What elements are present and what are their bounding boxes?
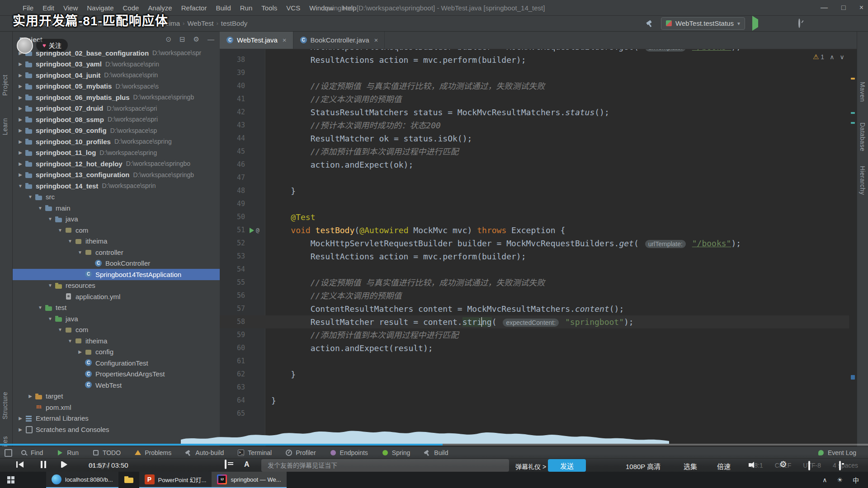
stripe-tab-hierarchy[interactable]: Hierarchy (859, 166, 866, 195)
line-number[interactable]: 60 (220, 342, 249, 355)
uploader-avatar[interactable] (17, 38, 33, 54)
line-number[interactable]: 39 (220, 66, 249, 80)
caret-stripe-mark[interactable] (851, 375, 855, 380)
code-text[interactable]: ContentResultMatchers content = MockMvcR… (269, 302, 849, 315)
tree-collapsed-icon[interactable]: ▶ (16, 117, 25, 122)
tree-collapsed-icon[interactable]: ▶ (16, 128, 25, 133)
follow-button[interactable]: ♥ 关注 (36, 39, 68, 52)
code-line-63[interactable]: 63 (220, 381, 849, 394)
code-text[interactable]: } (269, 184, 849, 197)
code-line-62[interactable]: 62 } (220, 368, 849, 381)
code-text[interactable]: MockHttpServletRequestBuilder builder = … (269, 49, 849, 53)
line-number[interactable]: 62 (220, 368, 249, 381)
tree-item-springboot-13-configuration[interactable]: ▶springboot_13_configurationD:\workspace… (12, 169, 220, 181)
danmaku-etiquette-link[interactable]: 弹幕礼仪 > (515, 462, 546, 471)
tree-expanded-icon[interactable]: ▼ (75, 250, 85, 255)
tree-item-springboot-05-mybatis[interactable]: ▶springboot_05_mybatisD:\workspace\s (12, 81, 220, 92)
code-text[interactable]: ResultActions action = mvc.perform(build… (269, 53, 849, 66)
line-number[interactable]: 41 (220, 93, 249, 106)
code-line-58[interactable]: 58 ResultMatcher result = content.string… (220, 315, 849, 328)
code-text[interactable] (269, 407, 849, 420)
tree-item-springboot14testapplication[interactable]: Springboot14TestApplication (12, 269, 220, 280)
tree-collapsed-icon[interactable]: ▶ (26, 394, 35, 399)
video-progress-bar[interactable] (0, 444, 868, 446)
start-button[interactable] (0, 472, 22, 488)
tree-expanded-icon[interactable]: ▼ (46, 216, 55, 221)
code-line-59[interactable]: 59 //添加预计值到本次调用过程中进行匹配 (220, 328, 849, 342)
code-line-49[interactable]: 49 (220, 197, 849, 211)
code-text[interactable]: ResultActions action = mvc.perform(build… (269, 250, 849, 263)
tree-item-springboot-10-profiles[interactable]: ▶springboot_10_profilesD:\workspace\spri… (12, 136, 220, 147)
run-configuration-select[interactable]: WebTest.testStatus ▾ (661, 17, 745, 30)
code-line-48[interactable]: 48 } (220, 184, 849, 197)
build-hammer-icon[interactable] (646, 19, 654, 28)
code-line-56[interactable]: 56 //定义本次调用的预期值 (220, 289, 849, 302)
line-number[interactable]: 37 (220, 49, 249, 53)
next-problem-icon[interactable]: ∨ (840, 53, 844, 61)
tree-item-springboot-08-ssmp[interactable]: ▶springboot_08_ssmpD:\workspace\spri (12, 114, 220, 125)
stripe-tab-maven[interactable]: Maven (859, 82, 866, 102)
code-line-40[interactable]: 40 //设定预期值 与真实值进行比较，成功测试通过，失败测试失败 (220, 80, 849, 93)
line-number[interactable]: 53 (220, 250, 249, 263)
tree-item-configurationtest[interactable]: ConfigurationTest (12, 357, 220, 369)
code-line-53[interactable]: 53 ResultActions action = mvc.perform(bu… (220, 250, 849, 263)
code-text[interactable]: action.andExpect(ok); (269, 158, 849, 171)
tree-expanded-icon[interactable]: ▼ (26, 194, 35, 199)
tree-item-springboot-04-junit[interactable]: ▶springboot_04_junitD:\workspace\sprin (12, 70, 220, 81)
editor-tab-bookcontroller-java[interactable]: BookController.java× (293, 31, 385, 49)
prev-problem-icon[interactable]: ∧ (830, 53, 834, 61)
code-line-37[interactable]: 37 MockHttpServletRequestBuilder builder… (220, 49, 849, 53)
coverage-button[interactable] (783, 19, 791, 28)
hide-panel-icon[interactable]: — (208, 35, 214, 43)
tree-item-java[interactable]: ▼java (12, 214, 220, 225)
tree-collapsed-icon[interactable]: ▶ (16, 150, 25, 155)
profiler-button[interactable] (798, 19, 807, 28)
collapse-all-icon[interactable]: ⊟ (179, 35, 185, 43)
code-line-44[interactable]: 44 ResultMatcher ok = status.isOk(); (220, 132, 849, 145)
player-settings-button[interactable]: ⚙ (779, 459, 787, 469)
debug-button[interactable] (768, 19, 776, 28)
tree-item-test[interactable]: ▼test (12, 302, 220, 314)
tree-collapsed-icon[interactable]: ▶ (16, 172, 25, 177)
code-text[interactable]: ResultMatcher result = content.string( e… (269, 315, 849, 328)
gear-icon[interactable]: ⚙ (193, 35, 199, 43)
code-line-41[interactable]: 41 //定义本次调用的预期值 (220, 93, 849, 106)
taskbar-app-powerpoint[interactable]: PowerPoint 幻灯... (139, 472, 212, 488)
code-line-64[interactable]: 64} (220, 394, 849, 407)
line-number[interactable]: 43 (220, 119, 249, 132)
code-text[interactable]: //预计本次调用时成功的：状态200 (269, 119, 849, 132)
tree-expanded-icon[interactable]: ▼ (66, 239, 75, 244)
line-number[interactable]: 58 (220, 315, 249, 328)
tree-collapsed-icon[interactable]: ▶ (16, 61, 25, 66)
code-line-50[interactable]: 50 @Test (220, 211, 849, 224)
line-number[interactable]: 48 (220, 184, 249, 197)
code-text[interactable]: MockHttpServletRequestBuilder builder = … (269, 237, 849, 250)
tree-item-springboot-11-log[interactable]: ▶springboot_11_logD:\workspace\spring (12, 147, 220, 159)
tree-collapsed-icon[interactable]: ▶ (16, 73, 25, 78)
stripe-mark[interactable] (851, 122, 855, 124)
menu-tools[interactable]: Tools (257, 3, 282, 13)
stripe-mark[interactable] (851, 112, 855, 114)
line-number[interactable]: 42 (220, 106, 249, 119)
tree-item-src[interactable]: ▼src (12, 192, 220, 203)
line-number[interactable]: 65 (220, 407, 249, 420)
code-line-45[interactable]: 45 //添加预计值到本次调用过程中进行匹配 (220, 145, 849, 158)
warning-stripe-mark[interactable] (851, 78, 855, 80)
tree-item-bookcontroller[interactable]: BookController (12, 258, 220, 269)
menu-build[interactable]: Build (211, 3, 235, 13)
taskbar-app-springboot-we[interactable]: springboot — We... (212, 472, 286, 488)
tree-item-springboot-09-config[interactable]: ▶springboot_09_configD:\workspace\sp (12, 125, 220, 136)
close-icon[interactable]: × (374, 36, 378, 44)
menu-run[interactable]: Run (236, 3, 257, 13)
tree-item-application-yml[interactable]: application.yml (12, 291, 220, 302)
line-number[interactable]: 63 (220, 381, 249, 394)
tree-item-main[interactable]: ▼main (12, 202, 220, 214)
line-number[interactable]: 59 (220, 328, 249, 342)
editor-scrollbar[interactable] (849, 49, 857, 446)
code-text[interactable]: ResultMatcher ok = status.isOk(); (269, 132, 849, 145)
code-text[interactable]: } (269, 394, 849, 407)
taskbar-app-localhost-8080-b[interactable]: localhost:8080/b... (46, 472, 118, 488)
tree-expanded-icon[interactable]: ▼ (36, 206, 45, 211)
code-text[interactable] (269, 197, 849, 211)
code-text[interactable]: //设定预期值 与真实值进行比较，成功测试通过，失败测试失败 (269, 80, 849, 93)
